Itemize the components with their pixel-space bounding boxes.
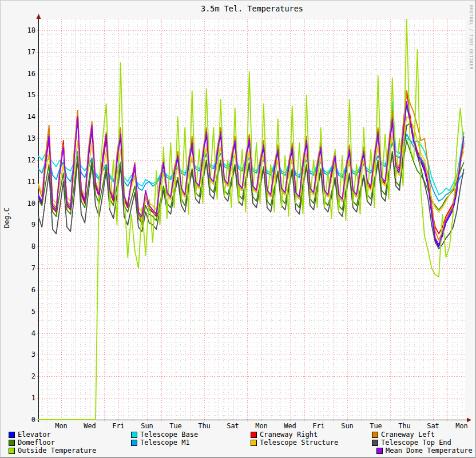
- legend-label: Telescope Base: [140, 431, 198, 439]
- y-tick-label: 4: [12, 329, 35, 337]
- x-tick-label: Mon: [47, 423, 76, 430]
- legend-swatch-telescope-top-end: [372, 440, 378, 446]
- rrdtool-graph: 3.5m Tel. Temperatures Deg.C RRDTOOL / T…: [0, 0, 476, 458]
- legend-label: Outside Temperature: [18, 447, 96, 455]
- y-tick-label: 15: [12, 91, 35, 99]
- x-tick-label: Fri: [304, 423, 333, 430]
- x-tick-label: Sat: [219, 423, 247, 430]
- x-tick-label: Thu: [390, 423, 419, 430]
- y-tick-label: 8: [12, 242, 35, 250]
- y-axis-arrow: [37, 14, 41, 19]
- y-tick-label: 1: [12, 394, 35, 402]
- y-tick-label: 9: [12, 221, 35, 229]
- legend-label: Telescope Structure: [260, 439, 338, 447]
- x-tick-label: Thu: [190, 423, 219, 430]
- legend-label: Telescope Top End: [381, 439, 451, 447]
- x-tick-label: Tue: [362, 423, 390, 430]
- y-tick-label: 11: [12, 178, 35, 186]
- x-tick-label: Sat: [419, 423, 447, 430]
- legend-swatch-telescope-m1: [131, 440, 137, 446]
- legend-label: Telescope M1: [140, 439, 190, 447]
- y-tick-label: 7: [12, 264, 35, 272]
- y-tick-label: 16: [12, 70, 35, 78]
- x-tick-label: Mon: [447, 423, 476, 430]
- y-tick-label: 3: [12, 351, 35, 359]
- y-tick-label: 10: [12, 200, 35, 208]
- legend-swatch-mean-dome-temperature: [376, 448, 383, 454]
- y-tick-label: 14: [12, 113, 35, 121]
- legend-swatch-telescope-base: [131, 432, 137, 438]
- legend-swatch-craneway-left: [372, 432, 378, 438]
- x-tick-label: Sun: [133, 423, 161, 430]
- y-tick-label: 12: [12, 156, 35, 164]
- plot-area: [1, 1, 476, 458]
- y-tick-label: 18: [12, 26, 35, 34]
- legend-label: Domefloor: [18, 439, 55, 447]
- legend-label: Craneway Left: [381, 431, 435, 439]
- legend-swatch-domefloor: [9, 440, 15, 446]
- legend-label: Elevator: [18, 431, 51, 439]
- legend-swatch-elevator: [9, 432, 15, 438]
- y-tick-label: 0: [12, 416, 35, 424]
- y-tick-label: 5: [12, 308, 35, 316]
- legend-swatch-outside-temperature: [9, 448, 15, 454]
- x-tick-label: Tue: [161, 423, 190, 430]
- x-tick-label: Wed: [76, 423, 104, 430]
- y-tick-label: 17: [12, 48, 35, 56]
- legend-swatch-craneway-right: [251, 432, 257, 438]
- y-tick-label: 6: [12, 286, 35, 294]
- legend-swatch-telescope-structure: [251, 440, 257, 446]
- y-tick-label: 13: [12, 134, 35, 142]
- legend-label: Mean Dome Temperature: [386, 447, 473, 455]
- x-tick-label: Sun: [333, 423, 362, 430]
- legend-label: Craneway Right: [260, 431, 318, 439]
- x-tick-label: Mon: [247, 423, 276, 430]
- x-tick-label: Wed: [276, 423, 304, 430]
- x-tick-label: Fri: [104, 423, 133, 430]
- y-tick-label: 2: [12, 372, 35, 380]
